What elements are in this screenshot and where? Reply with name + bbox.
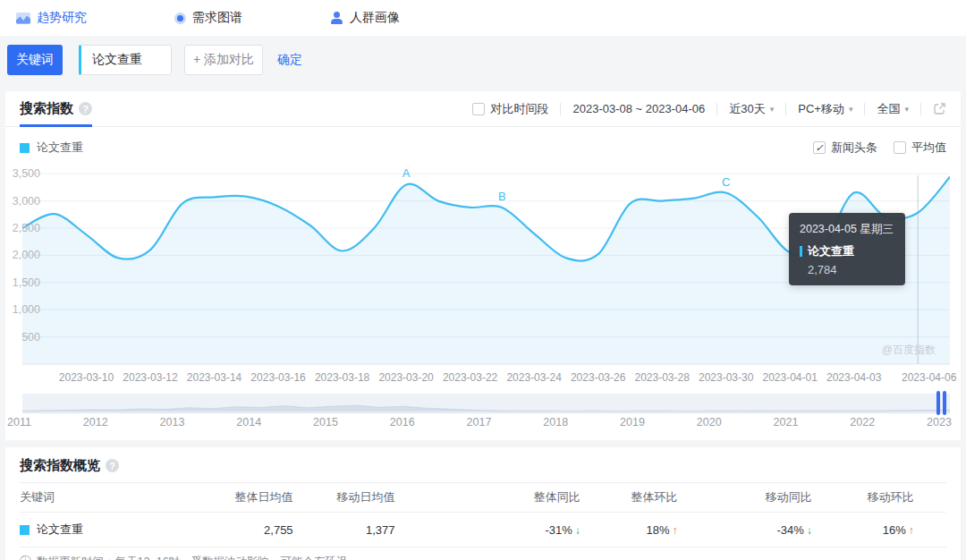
down-arrow-icon: ↓ [575,524,580,537]
x-tick-label: 2023-04-06 [902,371,956,384]
svg-text:B: B [498,190,506,203]
col-overall-yoy: 整体同比 [395,483,580,513]
down-arrow-icon: ↓ [807,524,812,537]
chart-tooltip: 2023-04-05 星期三 论文查重 2,784 [789,213,905,285]
tooltip-value: 2,784 [800,263,894,276]
timeline-slider-handle[interactable] [936,391,946,415]
news-headlines-checkbox[interactable]: ✓ 新闻头条 [813,140,877,156]
divider [716,103,717,115]
row-mobile-yoy: -34%↓ [678,513,812,547]
search-index-chart[interactable]: ABC 5001,0001,5002,0002,5003,0003,500 20… [5,165,961,388]
tab-search-index[interactable]: 搜索指数 ? [20,91,92,126]
average-checkbox[interactable]: 平均值 [894,140,946,156]
tab-search-index-label: 搜索指数 [20,100,73,117]
x-tick-label: 2023-03-18 [315,371,369,384]
keyword-button[interactable]: 关键词 [7,45,63,75]
timeline-year-label: 2011 [7,416,31,428]
overview-title: 搜索指数概览 [20,457,100,474]
panel-header: 搜索指数 ? 对比时间段 2023-03-08 ~ 2023-04-06 近30… [5,91,961,127]
tooltip-series-name: 论文查重 [808,243,854,259]
overview-title-row: 搜索指数概览 ? [5,447,961,482]
tooltip-series-marker [800,246,802,257]
external-link-icon[interactable] [933,102,946,115]
row-overall-yoy: -31%↓ [395,513,580,547]
nav-tab-label: 趋势研究 [37,10,87,26]
x-tick-label: 2023-03-24 [506,371,561,384]
timeline-slider-track[interactable] [22,394,950,413]
x-tick-label: 2023-03-14 [187,371,242,384]
row-mobile-mom: 16%↑ [812,513,914,547]
period-select-value: 近30天 [729,101,765,117]
x-tick-label: 2023-03-20 [378,371,433,384]
timeline-year-label: 2016 [390,416,415,428]
checkbox-checked-icon: ✓ [813,141,826,154]
y-tick-label: 1,000 [5,303,40,316]
info-icon: ⓘ [20,554,31,560]
x-tick-label: 2023-04-01 [763,371,818,384]
compare-period-label: 对比时间段 [490,101,548,117]
nav-tab-label: 人群画像 [350,10,400,26]
legend-series-label[interactable]: 论文查重 [37,140,83,156]
nav-tab-demand-graph[interactable]: 需求图谱 [174,10,242,26]
svg-text:A: A [402,166,411,180]
table-row: 论文查重 2,755 1,377 -31%↓ 18%↑ -34%↓ 16%↑ [20,513,946,547]
y-tick-label: 500 [5,331,40,344]
x-tick-label: 2023-03-16 [250,371,305,384]
trend-chart-icon [16,13,30,24]
timeline-year-label: 2019 [620,416,645,428]
checkbox-unchecked-icon [894,141,906,154]
nav-tab-persona[interactable]: 人群画像 [330,10,400,26]
note-text: 数据更新时间：每天12~16时，受数据波动影响，可能会有延迟。 [37,555,359,560]
date-range[interactable]: 2023-03-08 ~ 2023-04-06 [572,102,705,115]
x-tick-label: 2023-03-22 [443,371,497,384]
period-select[interactable]: 近30天 ▾ [729,101,774,117]
help-icon[interactable]: ? [79,102,92,115]
timeline-year-label: 2023 [927,416,952,428]
nav-tab-trend[interactable]: 趋势研究 [16,10,87,26]
keyword-input[interactable] [79,45,172,75]
svg-text:C: C [722,175,730,189]
divider [920,103,921,115]
demand-graph-icon [174,13,186,24]
baidu-index-watermark: @百度指数 [882,343,936,358]
overview-card: 搜索指数概览 ? 关键词 整体日均值 移动日均值 整体同比 整体环比 移动同比 … [5,447,961,560]
y-tick-label: 3,500 [5,167,40,180]
timeline-year-label: 2017 [467,416,492,428]
search-index-card: 搜索指数 ? 对比时间段 2023-03-08 ~ 2023-04-06 近30… [5,91,961,440]
table-header-row: 关键词 整体日均值 移动日均值 整体同比 整体环比 移动同比 移动环比 [20,483,946,513]
divider [864,103,865,115]
y-tick-label: 2,000 [5,249,40,261]
top-nav: 趋势研究 需求图谱 人群画像 [0,0,966,36]
timeline-years: 2011201220132014201520162017201820192020… [7,416,952,428]
tooltip-series: 论文查重 [800,243,894,259]
overview-table: 关键词 整体日均值 移动日均值 整体同比 整体环比 移动同比 移动环比 论文查重… [20,482,946,547]
average-label: 平均值 [911,140,946,156]
checkbox-unchecked-icon [472,103,485,115]
x-tick-label: 2023-03-26 [571,371,625,384]
x-tick-label: 2023-03-12 [123,371,177,384]
timeline-year-label: 2022 [850,416,875,428]
x-tick-label: 2023-03-10 [59,371,114,384]
timeline-year-label: 2020 [697,416,722,428]
timeline-year-label: 2014 [236,416,261,428]
divider [560,103,561,115]
confirm-link[interactable]: 确定 [277,52,302,68]
timeline-year-label: 2012 [83,416,108,428]
region-select[interactable]: 全国 ▾ [877,101,909,117]
divider [785,103,786,115]
x-tick-label: 2023-04-03 [826,371,881,384]
device-select[interactable]: PC+移动 ▾ [798,101,852,117]
chevron-down-icon: ▾ [904,105,909,114]
timeline-spark [22,394,950,412]
row-keyword: 论文查重 [37,522,83,538]
timeline-year-label: 2013 [160,416,185,428]
up-arrow-icon: ↑ [909,524,914,537]
chevron-down-icon: ▾ [849,105,853,114]
compare-period-checkbox[interactable]: 对比时间段 [472,101,548,117]
col-mobile-yoy: 移动同比 [678,483,812,513]
help-icon[interactable]: ? [106,459,119,472]
col-overall-daily: 整体日均值 [224,483,293,513]
timeline-slider: 2011201220132014201520162017201820192020… [5,394,961,428]
x-tick-label: 2023-03-28 [634,371,689,384]
add-compare-button[interactable]: + 添加对比 [184,45,263,75]
